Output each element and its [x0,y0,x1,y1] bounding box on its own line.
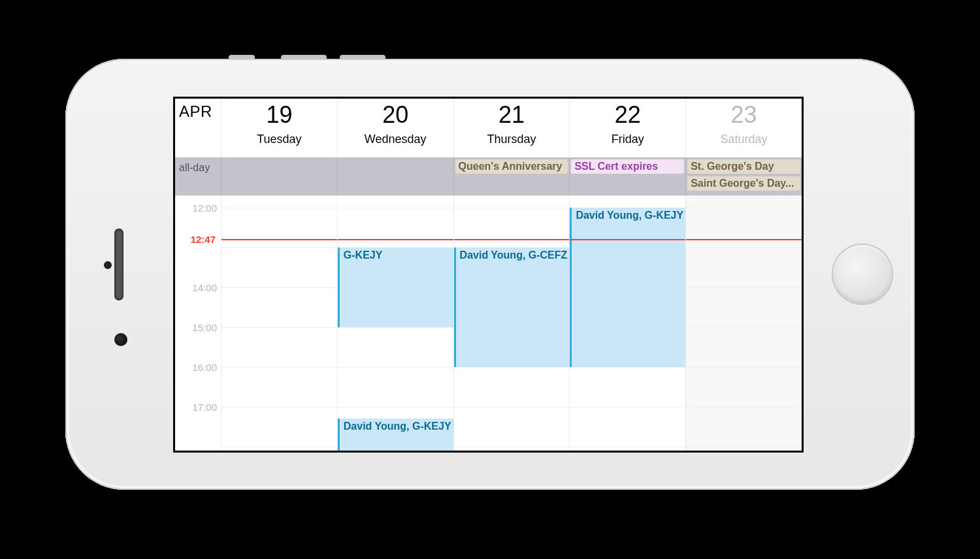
hour-gridline [338,367,453,368]
calendar-event[interactable]: David Young, G-KEJY [570,208,685,367]
day-header[interactable]: 19Tuesday [221,99,337,157]
hour-gridline [221,208,337,208]
all-day-cell[interactable]: Queen's Anniversary [453,157,570,195]
hour-label: 14:00 [192,282,217,293]
day-number: 22 [570,101,685,129]
hour-label: 15:00 [192,322,217,333]
day-column[interactable]: G-KEJYDavid Young, G-KEJY [337,195,453,451]
day-header[interactable]: 21Thursday [453,99,570,157]
volume-up [281,55,327,59]
hour-gridline [686,327,802,328]
month-label[interactable]: APR [175,99,221,157]
iphone-frame: APR19Tuesday20Wednesday21Thursday22Frida… [65,59,915,490]
day-of-week: Friday [570,133,685,146]
day-header[interactable]: 22Friday [569,99,685,157]
volume-down [340,55,385,59]
current-time-line [570,239,685,240]
all-day-event[interactable]: Queen's Anniversary [455,159,568,174]
hour-gridline [221,447,337,447]
current-time-line [686,239,802,240]
hour-gridline [454,208,570,208]
current-time-line [221,239,337,240]
hour-gridline [686,208,802,208]
all-day-event[interactable]: St. George's Day [687,159,800,174]
day-of-week: Thursday [454,133,570,146]
hour-gridline [686,367,802,368]
all-day-event[interactable]: SSL Cert expires [571,159,684,174]
hour-gridline [686,447,802,447]
hour-gridline [338,208,453,208]
day-of-week: Saturday [686,133,802,146]
day-number: 20 [338,101,453,129]
day-column[interactable]: David Young, G-KEJY [569,195,685,451]
front-camera [114,333,127,346]
hour-gridline [570,407,685,407]
day-column[interactable] [221,195,337,451]
current-time-label: 12:47 [189,232,217,245]
hour-label: 17:00 [192,401,217,412]
calendar-event[interactable]: G-KEJY [338,248,453,327]
hour-gridline [686,287,802,288]
earpiece-speaker [114,229,123,300]
screen: APR19Tuesday20Wednesday21Thursday22Frida… [173,97,804,453]
hour-gridline [570,447,685,447]
hour-label: 12:00 [192,202,217,214]
day-header[interactable]: 20Wednesday [337,99,453,157]
day-number: 23 [686,101,802,129]
hour-gridline [570,367,685,368]
proximity-sensor [104,261,112,269]
day-number: 19 [221,101,337,129]
hour-gridline [221,327,337,328]
all-day-label: all-day [175,157,221,195]
hour-gridline [221,407,337,407]
all-day-event[interactable]: Saint George's Day... [687,176,800,191]
day-of-week: Wednesday [338,133,453,146]
hour-label: 16:00 [192,362,217,373]
current-time-line [454,239,570,240]
current-time-line [338,239,453,240]
all-day-cell[interactable]: SSL Cert expires [569,157,685,195]
hour-gridline [454,367,570,368]
hour-gridline [454,407,570,407]
calendar-event[interactable]: David Young, G-KEJY [338,419,453,453]
hour-gridline [338,327,453,328]
hour-gridline [686,407,802,407]
all-day-cell[interactable] [337,157,453,195]
all-day-cell[interactable]: St. George's DaySaint George's Day... [685,157,802,195]
mute-switch [229,55,255,59]
day-column[interactable]: David Young, G-CEFZ [453,195,570,451]
day-column[interactable] [685,195,802,451]
day-of-week: Tuesday [221,133,337,146]
hour-gridline [338,407,453,407]
day-header[interactable]: 23Saturday [685,99,802,157]
day-number: 21 [454,101,570,129]
hour-gridline [454,447,570,447]
hour-gridline [221,248,337,248]
calendar-event[interactable]: David Young, G-CEFZ [454,248,570,367]
hour-gridline [686,248,802,248]
home-button[interactable] [833,245,892,304]
hour-gridline [221,287,337,288]
hour-gridline [221,367,337,368]
time-gutter: 12:0014:0015:0016:0017:0012:47 [175,195,221,451]
all-day-cell[interactable] [221,157,337,195]
